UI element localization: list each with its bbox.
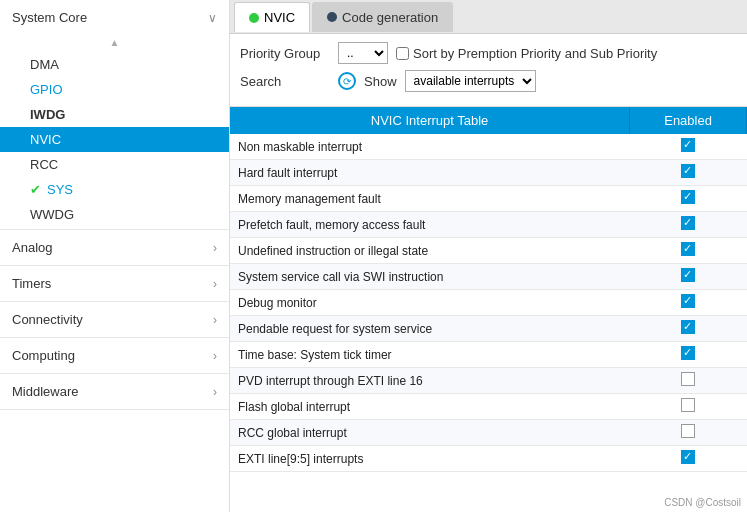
interrupt-name: RCC global interrupt — [230, 420, 630, 446]
sidebar-section-header-analog[interactable]: Analog › — [0, 230, 229, 265]
sidebar-item-gpio[interactable]: GPIO — [0, 77, 229, 102]
enabled-cell[interactable] — [630, 160, 747, 186]
interrupt-name: Prefetch fault, memory access fault — [230, 212, 630, 238]
show-label: Show — [364, 74, 397, 89]
table-row: Flash global interrupt — [230, 394, 747, 420]
sidebar-section-header-system-core[interactable]: System Core ∨ — [0, 0, 229, 35]
nvic-table: NVIC Interrupt Table Enabled Non maskabl… — [230, 107, 747, 472]
sidebar-section-header-computing[interactable]: Computing › — [0, 338, 229, 373]
enabled-cell[interactable] — [630, 264, 747, 290]
checkbox-checked[interactable] — [681, 138, 695, 152]
checkbox-unchecked[interactable] — [681, 424, 695, 438]
enabled-cell[interactable] — [630, 342, 747, 368]
enabled-cell[interactable] — [630, 316, 747, 342]
sidebar-item-label-gpio: GPIO — [30, 82, 63, 97]
checkbox-checked[interactable] — [681, 450, 695, 464]
sidebar-item-label-dma: DMA — [30, 57, 59, 72]
sidebar-section-label-connectivity: Connectivity — [12, 312, 83, 327]
sort-checkbox-label[interactable]: Sort by Premption Priority and Sub Prior… — [396, 46, 657, 61]
sidebar-item-label-nvic: NVIC — [30, 132, 61, 147]
tab-label-code-gen: Code generation — [342, 10, 438, 25]
enabled-cell[interactable] — [630, 446, 747, 472]
sidebar-section-computing: Computing › — [0, 338, 229, 374]
sidebar-item-label-iwdg: IWDG — [30, 107, 65, 122]
sidebar-item-dma[interactable]: DMA — [0, 52, 229, 77]
tab-code-gen[interactable]: Code generation — [312, 2, 453, 32]
sidebar-subitems-system-core: DMA GPIO IWDG NVIC RCC ✔ SYS — [0, 50, 229, 229]
sidebar-item-wwdg[interactable]: WWDG — [0, 202, 229, 227]
sidebar-item-iwdg[interactable]: IWDG — [0, 102, 229, 127]
interrupt-name: Flash global interrupt — [230, 394, 630, 420]
enabled-cell[interactable] — [630, 420, 747, 446]
table-container: NVIC Interrupt Table Enabled Non maskabl… — [230, 107, 747, 512]
table-row: Hard fault interrupt — [230, 160, 747, 186]
table-row: RCC global interrupt — [230, 420, 747, 446]
sidebar-item-label-sys: SYS — [47, 182, 73, 197]
sidebar-section-label-middleware: Middleware — [12, 384, 78, 399]
sidebar-section-label-system-core: System Core — [12, 10, 87, 25]
search-label: Search — [240, 74, 330, 89]
interrupt-name: PVD interrupt through EXTI line 16 — [230, 368, 630, 394]
priority-group-label: Priority Group — [240, 46, 330, 61]
table-row: Prefetch fault, memory access fault — [230, 212, 747, 238]
chevron-right-icon-analog: › — [213, 241, 217, 255]
check-icon-sys: ✔ — [30, 182, 41, 197]
config-row-priority: Priority Group .. 0 1 2 3 4 Sort by Prem… — [240, 42, 737, 64]
checkbox-checked[interactable] — [681, 320, 695, 334]
sidebar-section-label-timers: Timers — [12, 276, 51, 291]
sidebar-section-header-timers[interactable]: Timers › — [0, 266, 229, 301]
table-row: PVD interrupt through EXTI line 16 — [230, 368, 747, 394]
tab-nvic[interactable]: NVIC — [234, 2, 310, 32]
sidebar-section-header-middleware[interactable]: Middleware › — [0, 374, 229, 409]
show-select[interactable]: available interrupts all interrupts — [405, 70, 536, 92]
enabled-cell[interactable] — [630, 134, 747, 160]
checkbox-checked[interactable] — [681, 164, 695, 178]
interrupt-name: EXTI line[9:5] interrupts — [230, 446, 630, 472]
enabled-cell[interactable] — [630, 290, 747, 316]
table-row: Memory management fault — [230, 186, 747, 212]
sidebar-item-nvic[interactable]: NVIC — [0, 127, 229, 152]
chevron-down-icon: ∨ — [208, 11, 217, 25]
chevron-right-icon-middleware: › — [213, 385, 217, 399]
chevron-right-icon-connectivity: › — [213, 313, 217, 327]
sidebar-section-timers: Timers › — [0, 266, 229, 302]
checkbox-checked[interactable] — [681, 294, 695, 308]
checkbox-unchecked[interactable] — [681, 372, 695, 386]
checkbox-checked[interactable] — [681, 216, 695, 230]
interrupt-name: Hard fault interrupt — [230, 160, 630, 186]
enabled-cell[interactable] — [630, 212, 747, 238]
enabled-cell[interactable] — [630, 186, 747, 212]
sidebar-item-label-wwdg: WWDG — [30, 207, 74, 222]
checkbox-checked[interactable] — [681, 190, 695, 204]
chevron-right-icon-timers: › — [213, 277, 217, 291]
sidebar-section-label-computing: Computing — [12, 348, 75, 363]
sort-checkbox-text: Sort by Premption Priority and Sub Prior… — [413, 46, 657, 61]
sidebar-section-header-connectivity[interactable]: Connectivity › — [0, 302, 229, 337]
priority-group-select[interactable]: .. 0 1 2 3 4 — [338, 42, 388, 64]
table-row: System service call via SWI instruction — [230, 264, 747, 290]
checkbox-checked[interactable] — [681, 242, 695, 256]
col-header-enabled: Enabled — [630, 107, 747, 134]
config-area: Priority Group .. 0 1 2 3 4 Sort by Prem… — [230, 34, 747, 107]
scroll-up-indicator: ▲ — [0, 35, 229, 50]
interrupt-name: Non maskable interrupt — [230, 134, 630, 160]
sort-checkbox[interactable] — [396, 47, 409, 60]
checkbox-checked[interactable] — [681, 346, 695, 360]
interrupt-name: Debug monitor — [230, 290, 630, 316]
search-icon[interactable]: ⟳ — [338, 72, 356, 90]
sidebar-item-sys[interactable]: ✔ SYS — [0, 177, 229, 202]
tab-dot-nvic — [249, 13, 259, 23]
tabs-bar: NVIC Code generation — [230, 0, 747, 34]
interrupt-name: Time base: System tick timer — [230, 342, 630, 368]
sidebar-item-rcc[interactable]: RCC — [0, 152, 229, 177]
main-content: NVIC Code generation Priority Group .. 0… — [230, 0, 747, 512]
checkbox-checked[interactable] — [681, 268, 695, 282]
enabled-cell[interactable] — [630, 368, 747, 394]
sidebar-section-label-analog: Analog — [12, 240, 52, 255]
interrupt-name: Pendable request for system service — [230, 316, 630, 342]
table-row: Non maskable interrupt — [230, 134, 747, 160]
checkbox-unchecked[interactable] — [681, 398, 695, 412]
col-header-interrupt: NVIC Interrupt Table — [230, 107, 630, 134]
enabled-cell[interactable] — [630, 394, 747, 420]
enabled-cell[interactable] — [630, 238, 747, 264]
